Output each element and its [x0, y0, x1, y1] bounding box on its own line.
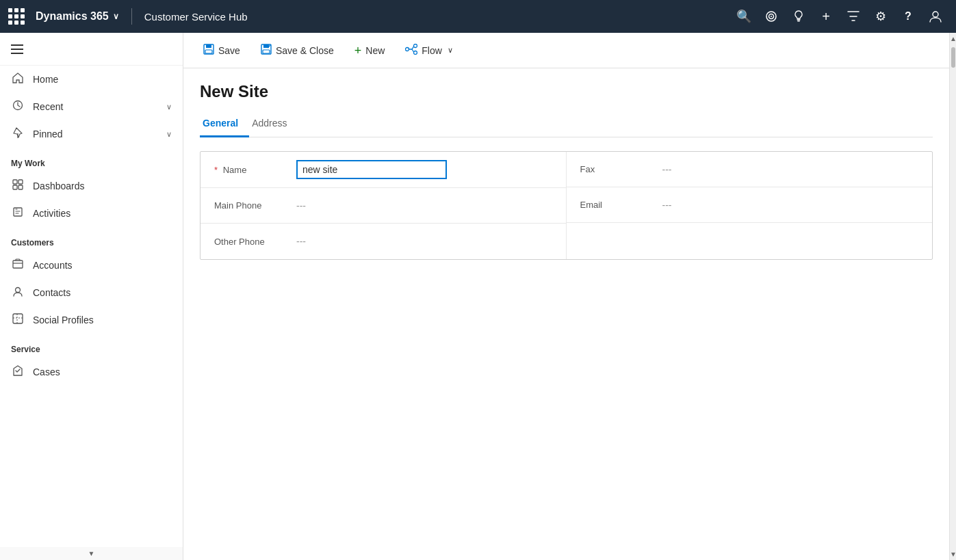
svg-rect-4 — [797, 21, 800, 22]
form-card: * Name Main Phone --- — [200, 151, 933, 260]
save-icon — [203, 44, 214, 57]
social-profiles-icon — [11, 313, 25, 327]
right-scrollbar[interactable]: ▲ ▼ — [949, 33, 956, 560]
scroll-down-arrow[interactable]: ▼ — [950, 548, 956, 560]
sidebar-accounts-label: Accounts — [33, 260, 172, 271]
email-value[interactable]: --- — [662, 200, 919, 211]
name-label-text: Name — [223, 165, 247, 175]
sidebar-item-activities[interactable]: Activities — [0, 200, 183, 227]
fax-value[interactable]: --- — [662, 164, 919, 175]
fax-label: Fax — [580, 164, 662, 174]
flow-chevron: ∨ — [448, 46, 453, 55]
svg-point-15 — [16, 288, 21, 293]
sidebar-social-profiles-label: Social Profiles — [33, 315, 172, 325]
svg-point-24 — [406, 47, 409, 51]
sidebar-item-pinned[interactable]: Pinned ∨ — [0, 120, 183, 148]
save-button[interactable]: Save — [194, 39, 249, 62]
svg-rect-9 — [18, 180, 23, 184]
dashboards-icon — [11, 179, 25, 193]
pinned-chevron: ∨ — [166, 130, 172, 139]
form-row-empty — [567, 223, 933, 258]
user-icon-btn[interactable] — [923, 4, 948, 29]
name-input[interactable] — [296, 160, 447, 179]
email-label: Email — [580, 200, 662, 210]
other-phone-label: Other Phone — [214, 237, 296, 247]
svg-point-26 — [414, 51, 417, 54]
activities-icon — [11, 206, 25, 220]
sidebar-item-recent[interactable]: Recent ∨ — [0, 93, 183, 120]
svg-rect-3 — [797, 19, 801, 21]
sidebar-contacts-label: Contacts — [33, 287, 172, 298]
lightbulb-icon-btn[interactable] — [786, 4, 811, 29]
app-name[interactable]: Dynamics 365 ∨ — [36, 10, 119, 23]
sidebar-item-social-profiles[interactable]: Social Profiles — [0, 306, 183, 334]
sidebar-dashboards-label: Dashboards — [33, 181, 172, 191]
help-icon-btn[interactable]: ? — [896, 4, 920, 29]
svg-rect-22 — [263, 50, 270, 53]
sidebar-item-home[interactable]: Home — [0, 66, 183, 93]
top-nav: Dynamics 365 ∨ Customer Service Hub 🔍 + … — [0, 0, 956, 33]
section-customers-header: Customers — [0, 227, 183, 252]
main-layout: Home Recent ∨ Pinned ∨ My Work — [0, 33, 956, 560]
save-close-button[interactable]: Save & Close — [252, 39, 343, 62]
svg-point-25 — [414, 44, 417, 47]
tab-address[interactable]: Address — [249, 112, 298, 137]
sidebar-item-contacts[interactable]: Contacts — [0, 279, 183, 306]
name-label: * Name — [214, 165, 296, 175]
sidebar-item-dashboards[interactable]: Dashboards — [0, 172, 183, 200]
settings-icon-btn[interactable]: ⚙ — [868, 4, 893, 29]
sidebar-pinned-label: Pinned — [33, 129, 158, 139]
svg-rect-8 — [13, 180, 17, 184]
section-service-header: Service — [0, 334, 183, 358]
new-label: New — [365, 45, 385, 56]
create-icon-btn[interactable]: + — [814, 4, 838, 29]
hamburger-button[interactable] — [8, 38, 30, 60]
app-name-label: Dynamics 365 — [36, 10, 109, 23]
name-field-container — [296, 160, 552, 179]
svg-rect-10 — [13, 185, 17, 189]
flow-icon — [405, 44, 417, 57]
tab-general[interactable]: General — [200, 112, 249, 137]
sidebar-scroll-down[interactable]: ▼ — [0, 547, 183, 560]
filter-icon-btn[interactable] — [841, 4, 866, 29]
form-row-fax: Fax --- — [567, 152, 933, 187]
sidebar-cases-label: Cases — [33, 366, 172, 377]
tabs: General Address — [200, 112, 933, 137]
sidebar-home-label: Home — [33, 74, 172, 85]
save-close-icon — [261, 44, 272, 57]
sidebar-item-accounts[interactable]: Accounts — [0, 252, 183, 279]
module-name: Customer Service Hub — [144, 11, 248, 23]
cases-icon — [11, 365, 25, 379]
nav-icons: 🔍 + ⚙ ? — [732, 4, 948, 29]
sidebar-top — [0, 33, 183, 66]
scroll-thumb[interactable] — [951, 47, 955, 68]
content-area: Save Save & Close + New Flow — [183, 33, 949, 560]
nav-divider — [131, 8, 132, 25]
svg-rect-13 — [13, 261, 23, 268]
svg-point-5 — [933, 12, 938, 17]
svg-rect-18 — [206, 44, 211, 48]
form-row-name: * Name — [201, 152, 567, 188]
sidebar-item-cases[interactable]: Cases — [0, 358, 183, 386]
pinned-icon — [11, 127, 25, 141]
flow-button[interactable]: Flow ∨ — [396, 39, 462, 62]
form-row-other-phone: Other Phone --- — [201, 224, 567, 259]
target-icon-btn[interactable] — [759, 4, 784, 29]
main-phone-value[interactable]: --- — [296, 200, 552, 211]
save-close-label: Save & Close — [276, 45, 334, 56]
search-icon-btn[interactable]: 🔍 — [732, 4, 756, 29]
scroll-up-arrow[interactable]: ▲ — [950, 33, 956, 44]
accounts-icon — [11, 258, 25, 272]
page-content: New Site General Address * — [183, 68, 949, 560]
save-label: Save — [218, 45, 240, 56]
contacts-icon — [11, 286, 25, 299]
form-right-col: Fax --- Email --- — [567, 152, 933, 259]
main-phone-label: Main Phone — [214, 200, 296, 211]
recent-icon — [11, 100, 25, 114]
section-my-work-header: My Work — [0, 148, 183, 172]
new-button[interactable]: + New — [346, 40, 394, 62]
other-phone-value[interactable]: --- — [296, 236, 552, 247]
new-icon: + — [354, 44, 362, 57]
app-grid-icon[interactable] — [8, 8, 25, 25]
form-grid: * Name Main Phone --- — [201, 152, 932, 259]
